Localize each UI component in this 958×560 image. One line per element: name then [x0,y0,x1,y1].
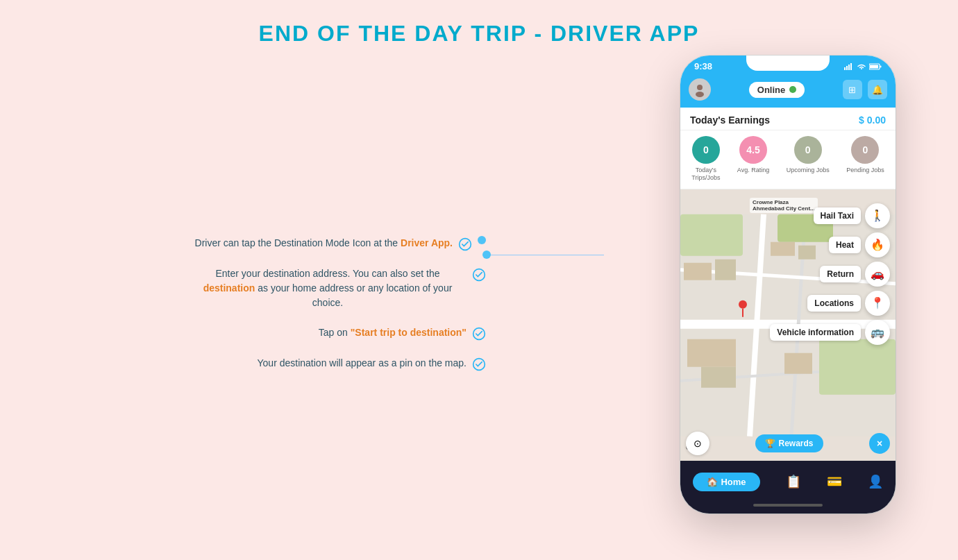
avatar[interactable] [689,78,711,101]
stat-label-trips: Today'sTrips/Jobs [691,167,720,182]
nav-wallet-btn[interactable]: 💳 [827,474,842,489]
signal-icon [844,63,854,70]
check-icon-1 [458,237,472,251]
wallet-icon: 💳 [827,474,842,489]
locations-btn[interactable]: 📍 [865,291,890,316]
instruction-item-2: Enter your destination address. You can … [42,266,486,310]
svg-point-12 [696,92,704,97]
status-time: 9:38 [694,61,712,71]
hail-taxi-btn[interactable]: 🚶 [865,203,890,228]
check-icon-4 [472,357,486,371]
svg-rect-28 [701,366,736,387]
profile-icon: 👤 [868,474,883,489]
earnings-bar: Today's Earnings $ 0.00 [680,108,896,130]
home-indicator [680,500,896,514]
locations-row[interactable]: Locations 📍 [807,291,890,316]
return-label[interactable]: Return [820,266,861,282]
page-title: END OF THE DAY TRIP - DRIVER APP [0,0,958,46]
instruction-item-1: Driver can tap the Destination Mode Icon… [42,236,486,251]
stat-circle-pending: 0 [851,136,879,164]
connector-line [486,255,604,255]
rewards-icon: 🏆 [765,439,775,448]
online-label: Online [757,85,785,95]
locations-label[interactable]: Locations [807,295,861,312]
grid-icon[interactable]: ⊞ [843,80,862,99]
map-area[interactable]: Crowne PlazaAhmedabad City Cent... Hail … [680,189,896,461]
map-bottom-actions: ⊙ 🏆 Rewards × [680,432,896,455]
svg-rect-5 [846,66,848,70]
heat-btn[interactable]: 🔥 [865,232,890,257]
return-row[interactable]: Return 🚗 [820,262,890,287]
bell-icon[interactable]: 🔔 [868,80,887,99]
list-icon: 📋 [786,474,801,489]
svg-rect-20 [680,214,743,255]
online-dot [789,86,796,93]
bottom-nav: 🏠 Home 📋 💳 👤 [680,461,896,500]
svg-point-30 [739,300,747,308]
wifi-icon [857,63,866,70]
svg-rect-6 [848,65,850,70]
svg-rect-4 [844,67,846,70]
stat-circle-rating: 4.5 [739,136,767,164]
svg-rect-22 [819,339,896,394]
home-label: Home [721,477,746,487]
heat-row[interactable]: Heat 🔥 [829,232,890,257]
instruction-item-4: Your destination will appear as a pin on… [42,356,486,371]
stat-circle-trips: 0 [692,136,720,164]
svg-rect-23 [684,262,712,280]
locate-btn[interactable]: ⊙ [686,432,709,455]
dot-connector-1 [478,236,486,244]
svg-rect-7 [850,63,852,70]
instructions-panel: Driver can tap the Destination Mode Icon… [42,236,486,387]
stats-row: 0 Today'sTrips/Jobs 4.5 Avg. Rating 0 Up… [680,130,896,189]
earnings-label: Today's Earnings [690,114,770,126]
status-icons [844,63,882,70]
online-toggle[interactable]: Online [749,82,805,98]
battery-icon [869,63,882,70]
phone-device: 9:38 [680,56,896,514]
svg-rect-27 [687,339,736,366]
stat-label-pending: Pending Jobs [846,167,884,174]
hail-taxi-row[interactable]: Hail Taxi 🚶 [814,203,890,228]
vehicle-info-label[interactable]: Vehicle information [770,324,861,341]
svg-rect-10 [880,65,882,67]
stat-circle-upcoming: 0 [794,136,822,164]
check-icon-2 [472,268,486,282]
stat-rating: 4.5 Avg. Rating [737,136,769,182]
hail-taxi-label[interactable]: Hail Taxi [814,207,861,224]
connector-dot [482,251,491,259]
stat-label-rating: Avg. Rating [737,167,769,174]
check-icon-3 [472,327,486,341]
earnings-amount: $ 0.00 [859,114,886,126]
nav-home-btn[interactable]: 🏠 Home [693,473,759,491]
close-btn[interactable]: × [869,433,890,454]
instruction-text-1: Driver can tap the Destination Mode Icon… [195,236,453,251]
instruction-text-3: Tap on "Start trip to destination" [319,325,467,340]
vehicle-info-btn[interactable]: 🚌 [865,320,890,345]
rewards-btn[interactable]: 🏆 Rewards [755,434,823,452]
instruction-text-2: Enter your destination address. You can … [189,266,467,310]
home-icon: 🏠 [707,477,718,487]
stat-trips: 0 Today'sTrips/Jobs [691,136,720,182]
vehicle-info-row[interactable]: Vehicle information 🚌 [770,320,890,345]
svg-rect-9 [870,65,878,68]
return-btn[interactable]: 🚗 [865,262,890,287]
top-bar-icons: ⊞ 🔔 [843,80,887,99]
svg-rect-24 [715,259,736,280]
stat-upcoming: 0 Upcoming Jobs [787,136,830,182]
svg-point-11 [697,85,703,90]
heat-label[interactable]: Heat [829,237,861,253]
stat-label-upcoming: Upcoming Jobs [787,167,830,174]
stat-pending: 0 Pending Jobs [846,136,884,182]
phone-notch [746,56,830,71]
home-bar [753,504,823,507]
rewards-label: Rewards [778,439,813,448]
svg-rect-29 [784,353,812,373]
nav-profile-btn[interactable]: 👤 [868,474,883,489]
map-buttons: Hail Taxi 🚶 Heat 🔥 Return 🚗 Locations 📍 … [770,203,890,345]
instruction-text-4: Your destination will appear as a pin on… [258,356,467,371]
instruction-item-3: Tap on "Start trip to destination" [42,325,486,341]
top-bar: Online ⊞ 🔔 [680,74,896,108]
nav-list-btn[interactable]: 📋 [786,474,801,489]
